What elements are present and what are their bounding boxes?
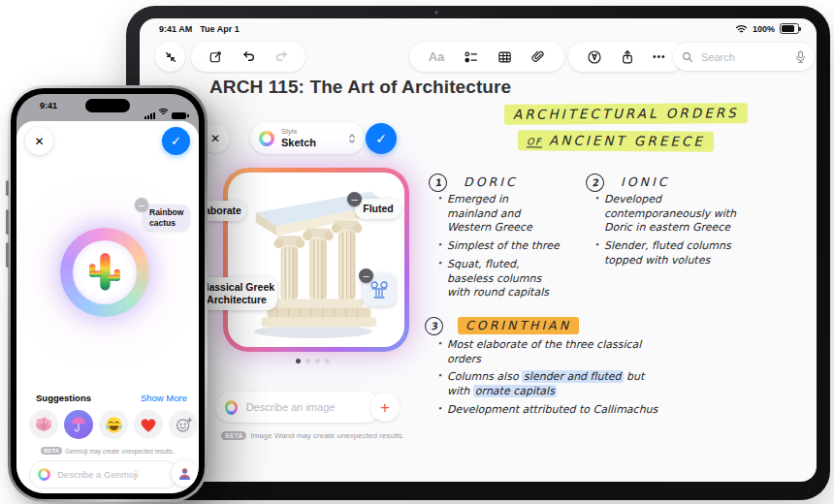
pinch-in-icon xyxy=(164,50,177,64)
style-value: Sketch xyxy=(281,137,341,148)
page-dot xyxy=(325,359,330,363)
iphone-status-icons xyxy=(144,102,186,119)
attachment-icon[interactable] xyxy=(530,49,545,64)
ipad-front-camera xyxy=(434,11,439,16)
dynamic-island xyxy=(85,99,130,112)
prompt-chip-fluted[interactable]: Fluted xyxy=(355,199,401,219)
hw-heading-1-text: ARCHITECTURAL ORDERS xyxy=(504,103,748,125)
prompt-chip-fluted-wrap: Fluted – xyxy=(349,199,401,219)
redo-icon[interactable] xyxy=(274,49,289,64)
share-icon[interactable] xyxy=(621,49,634,65)
text-style-icon[interactable]: Aa xyxy=(429,49,445,64)
add-prompt-button[interactable]: + xyxy=(370,393,400,422)
suggestion-brain-emoji[interactable] xyxy=(29,410,58,439)
minus-icon: – xyxy=(139,200,144,210)
ionic-bullet: Slender, fluted columns topped with volu… xyxy=(593,239,741,268)
wifi-icon xyxy=(158,102,169,119)
minus-icon: – xyxy=(363,270,369,281)
battery-icon xyxy=(780,23,799,34)
section-doric-header: 1 DORIC xyxy=(429,172,518,192)
doric-bullet: Simplest of the three xyxy=(436,239,561,254)
reference-thumb-wrap: – xyxy=(363,273,396,306)
checklist-icon[interactable] xyxy=(464,50,479,64)
undo-icon[interactable] xyxy=(241,49,256,64)
apple-intelligence-icon xyxy=(225,400,238,415)
remove-thumb-button[interactable]: – xyxy=(359,268,373,283)
ionic-bullets: Developed contemporaneously with Doric i… xyxy=(593,193,741,272)
chevron-up-down-icon xyxy=(348,133,356,144)
close-icon: ✕ xyxy=(210,132,220,145)
remove-chip-button[interactable]: – xyxy=(347,192,362,206)
beta-badge: BETA xyxy=(221,431,246,440)
ipad-device: 9:41 AM Tue Apr 1 100% xyxy=(126,6,830,500)
page-dot-active xyxy=(296,359,301,363)
style-label: Style xyxy=(281,128,341,136)
apple-intelligence-icon xyxy=(259,131,274,146)
hw-heading-2-text: ANCIENT GREECE xyxy=(549,133,705,149)
ipad-status-right: 100% xyxy=(735,23,799,34)
person-icon xyxy=(178,467,191,481)
table-icon[interactable] xyxy=(497,50,512,64)
actions-toolbar-group: ••• xyxy=(568,42,685,72)
umbrella-icon xyxy=(70,416,87,433)
search-bar[interactable] xyxy=(673,43,815,71)
ipad-status-left: 9:41 AM Tue Apr 1 xyxy=(159,24,240,34)
battery-icon xyxy=(172,112,186,120)
heart-icon xyxy=(140,417,157,433)
genmoji-chip-wrap: Rainbow cactus – xyxy=(143,205,190,231)
genmoji-preview xyxy=(60,228,149,317)
mic-icon[interactable] xyxy=(795,50,806,64)
image-wand-disclaimer: BETA Image Wand may create unexpected re… xyxy=(221,431,404,440)
search-icon xyxy=(682,51,693,63)
suggestion-umbrella-genmoji[interactable] xyxy=(64,410,93,439)
generated-image-card[interactable] xyxy=(223,168,409,352)
check-icon: ✓ xyxy=(375,131,387,146)
image-wand-input-bar[interactable] xyxy=(215,392,382,423)
battery-percent: 100% xyxy=(753,24,775,34)
minus-icon: – xyxy=(351,194,357,205)
more-options-icon[interactable]: ••• xyxy=(653,51,666,62)
iphone-screen: 9:41 ✕ ✓ xyxy=(16,94,199,493)
search-input[interactable] xyxy=(699,50,789,64)
action-button xyxy=(6,180,9,196)
note-title: ARCH 115: The Art of Architecture xyxy=(209,77,511,98)
column-sketch-icon xyxy=(368,278,391,301)
genmoji-input-bar[interactable] xyxy=(29,460,178,488)
prompt-chip-rainbow-cactus[interactable]: Rainbow cactus xyxy=(143,205,190,231)
compose-icon[interactable] xyxy=(208,49,223,64)
suggestion-heart-emoji[interactable] xyxy=(134,410,163,439)
show-more-link[interactable]: Show More xyxy=(141,393,187,403)
highlighted-phrase: slender and fluted xyxy=(522,370,623,383)
hw-heading-1: ARCHITECTURAL ORDERS xyxy=(446,104,805,124)
corinthian-number: 3 xyxy=(424,316,444,336)
signal-icon xyxy=(144,112,155,120)
describe-image-input[interactable] xyxy=(244,400,372,414)
new-genmoji-button[interactable] xyxy=(169,410,198,439)
highlighted-phrase: ornate capitals xyxy=(473,385,557,397)
describe-genmoji-input[interactable] xyxy=(55,468,170,481)
page-dot xyxy=(315,359,320,363)
page-dots[interactable] xyxy=(273,350,351,367)
beta-badge: BETA xyxy=(41,447,62,455)
genmoji-close-button[interactable]: ✕ xyxy=(25,127,53,155)
genmoji-sheet: ✕ ✓ xyxy=(16,121,199,493)
corinthian-bullets: Most elaborate of the three classical or… xyxy=(436,338,661,422)
genmoji-accept-button[interactable]: ✓ xyxy=(162,127,190,155)
edit-toolbar-group xyxy=(191,42,305,72)
prompt-chip-classical[interactable]: Classical Greek Architecture xyxy=(196,277,277,310)
suggestions-row xyxy=(29,410,198,439)
close-icon: ✕ xyxy=(34,135,44,148)
ionic-bullet: Developed contemporaneously with Doric i… xyxy=(593,193,741,236)
suggestion-laughing-emoji[interactable] xyxy=(99,410,128,439)
suggestions-label: Suggestions xyxy=(36,393,91,403)
section-ionic-header: 2 IONIC xyxy=(586,172,669,192)
corinthian-bullet: Development attributed to Callimachus xyxy=(436,403,661,418)
remove-chip-button[interactable]: – xyxy=(135,198,148,211)
accept-image-button[interactable]: ✓ xyxy=(366,123,397,154)
style-picker[interactable]: Style Sketch xyxy=(250,122,365,154)
collapse-note-button[interactable] xyxy=(155,42,185,72)
ipad-status-date: Tue Apr 1 xyxy=(200,24,240,34)
markup-icon[interactable] xyxy=(587,49,602,65)
section-corinthian-header: 3 CORINTHIAN xyxy=(425,315,579,335)
hw-heading-2: OFANCIENT GREECE xyxy=(446,131,786,151)
